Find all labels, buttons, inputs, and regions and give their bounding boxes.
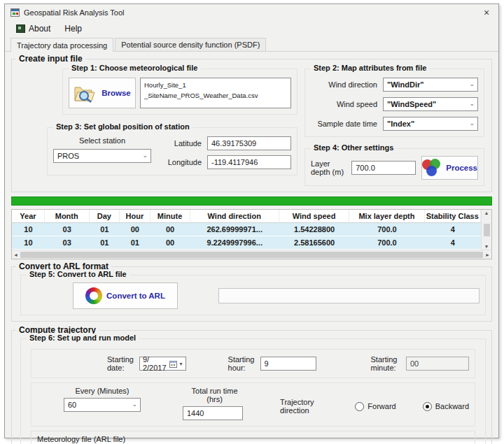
starting-minute-label: Starting minute: [371,355,401,372]
browse-met-file-button[interactable]: Browse [69,78,136,108]
processing-progress-bar [11,196,492,206]
step5-title: Step 5: Convert to ARL file [27,270,130,278]
wind-direction-select[interactable]: "WindDir" ⌄ [383,78,478,92]
chevron-down-icon: ⌄ [132,401,137,408]
col-mix-layer-depth[interactable]: Mix layer depth [349,210,424,223]
run-settings-panel: Every (Minutes) 60 ⌄ Total run time (hrs… [31,382,475,427]
table-vertical-scrollbar[interactable]: ▲ ▼ [481,210,491,250]
layer-depth-label: Layer depth (m) [311,159,346,176]
met-csv-file-box[interactable]: Hourly_Site_1 _SiteName_PROS_Weather_Dat… [140,78,291,108]
met-arl-file-label: Meteorology file (ARL file) [37,435,125,443]
tab-strip: Trajectory data processing Potential sou… [5,36,498,51]
group-compute-trajectory: Compute trajectory Step 6: Set up and ru… [11,330,492,444]
tab-psdf[interactable]: Potential source density function (PSDF) [115,38,266,51]
col-month[interactable]: Month [45,210,90,223]
horizontal-scroll-thumb[interactable] [20,252,483,258]
every-minutes-select[interactable]: 60 ⌄ [64,398,141,412]
process-rgb-icon [422,159,443,177]
trajectory-direction-label: Trajectory direction [280,398,344,415]
step3-group: Step 3: Set global position of station S… [47,127,298,176]
step5-group: Step 5: Convert to ARL file Convert to A… [20,275,486,315]
scroll-up-icon[interactable]: ▲ [484,210,489,215]
col-hour[interactable]: Hour [120,210,150,223]
window-title: Geospatial Risk Analysis Tool [24,8,475,17]
forward-radio-circle[interactable] [355,402,364,411]
sample-date-time-label: Sample date time [311,120,377,128]
table-row[interactable]: 10 03 01 00 00 262.69999971... 1.5422880… [12,223,481,236]
wind-direction-label: Wind direction [311,80,377,89]
step2-group: Step 2: Map attributes from file Wind di… [304,69,484,137]
col-year[interactable]: Year [12,210,45,223]
close-button[interactable]: × [475,4,498,21]
step6-group: Step 6: Set up and run model Starting da… [20,338,486,444]
process-button[interactable]: Process [421,156,478,180]
table-horizontal-scrollbar[interactable]: ◄ ► [12,250,491,259]
col-stability-class[interactable]: Stability Class [425,210,481,223]
group-convert-arl: Convert to ARL format Step 5: Convert to… [11,266,492,322]
convert-progress-bar [218,288,479,303]
weather-data-table: Year Month Day Hour Minute Wind directio… [11,209,492,259]
col-minute[interactable]: Minute [150,210,190,223]
latitude-label: Latitude [161,139,202,148]
tab-trajectory-data-processing[interactable]: Trajectory data processing [10,38,113,52]
starting-date-label: Starting date: [107,355,134,372]
col-wind-direction[interactable]: Wind direction [190,210,279,223]
layer-depth-input[interactable] [351,161,416,175]
chevron-down-icon: ⌄ [142,152,148,159]
scroll-left-icon[interactable]: ◄ [13,252,18,257]
tab-content: Create input file Step 1: Choose meteoro… [5,51,498,444]
scroll-down-icon[interactable]: ▼ [484,244,489,249]
chevron-down-icon: ⌄ [469,80,475,87]
total-run-time-label: Total run time (hrs) [183,387,246,403]
step3-title: Step 3: Set global position of station [53,122,192,131]
starting-hour-input[interactable] [260,357,316,371]
about-icon [16,24,25,33]
calendar-icon [169,360,177,368]
sample-date-time-select[interactable]: "Index" ⌄ [383,117,478,131]
menu-bar: About Help [5,21,498,36]
met-file-panel: Meteorology file (ARL file) Browse [31,431,475,444]
scroll-right-icon[interactable]: ► [485,252,490,257]
starting-minute-input[interactable] [406,357,469,371]
col-day[interactable]: Day [90,210,120,223]
latitude-input[interactable] [207,136,291,150]
group-create-input-file: Create input file Step 1: Choose meteoro… [11,59,492,192]
forward-radio[interactable]: Forward [355,402,396,411]
step4-group: Step 4: Other settings Layer depth (m) P… [304,148,484,186]
starting-date-picker[interactable]: 9/ 2/2017 ▾ [139,357,186,371]
backward-radio-circle[interactable] [423,402,432,411]
vertical-scroll-thumb[interactable] [484,224,490,236]
group-create-input-file-legend: Create input file [16,54,85,64]
step1-title: Step 1: Choose meteorological file [69,64,200,72]
step4-title: Step 4: Other settings [311,143,396,152]
col-wind-speed[interactable]: Wind speed [279,210,350,223]
app-icon [10,8,20,17]
total-run-time-input[interactable] [183,406,243,420]
menu-about[interactable]: About [10,22,56,35]
convert-arl-icon [85,287,102,304]
folder-search-icon [74,84,97,103]
start-time-panel: Starting date: 9/ 2/2017 ▾ Starting hour… [31,349,475,378]
title-bar: Geospatial Risk Analysis Tool × [5,4,498,21]
station-select[interactable]: PROS ⌄ [53,149,151,163]
wind-speed-label: Wind speed [311,100,377,108]
date-dropdown-icon: ▾ [180,361,183,367]
step6-title: Step 6: Set up and run model [27,334,139,342]
step1-group: Step 1: Choose meteorological file Brows… [62,69,298,115]
wind-speed-select[interactable]: "WindSpeed" ⌄ [383,97,478,111]
chevron-down-icon: ⌄ [469,120,475,127]
table-header-row: Year Month Day Hour Minute Wind directio… [12,210,481,223]
every-minutes-label: Every (Minutes) [64,387,141,395]
select-station-label: Select station [53,136,151,145]
step2-title: Step 2: Map attributes from file [311,64,429,72]
chevron-down-icon: ⌄ [469,100,475,107]
menu-help[interactable]: Help [59,22,88,35]
convert-to-arl-button[interactable]: Convert to ARL [73,282,178,309]
longitude-label: Longitude [161,158,202,166]
app-window: Geospatial Risk Analysis Tool × About He… [4,3,499,438]
starting-hour-label: Starting hour: [228,355,255,372]
table-row[interactable]: 10 03 01 01 00 9.2249997996... 2.5816560… [12,236,481,250]
backward-radio[interactable]: Backward [423,402,469,411]
longitude-input[interactable] [207,155,291,169]
